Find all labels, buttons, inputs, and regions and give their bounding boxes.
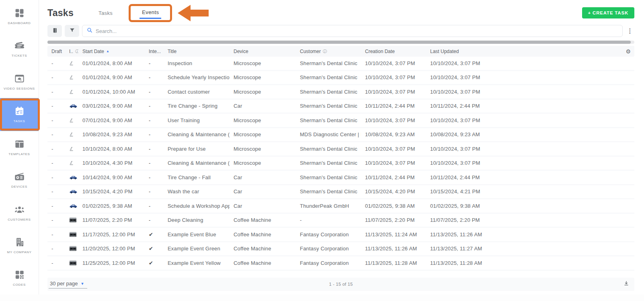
sidebar-item-tasks[interactable]: TASKS: [0, 98, 39, 131]
sidebar-item-label: CODES: [13, 283, 26, 287]
search-box: [82, 25, 623, 37]
creation-date-cell: 01/02/2025, 9:38 AM: [361, 203, 426, 209]
last-updated-cell: 10/08/2024, 9:23 AM: [426, 131, 620, 137]
draft-cell: -: [47, 260, 65, 266]
last-updated-cell: 10/15/2024, 4:21 PM: [426, 188, 620, 195]
tab-tasks[interactable]: Tasks: [94, 8, 117, 18]
microscope-device-icon: [65, 88, 78, 95]
table-row[interactable]: - 10/10/2024, 4:30 PM - Cleaning & Maint…: [47, 157, 634, 171]
start-date-cell: 10/15/2024, 4:20 PM: [78, 188, 145, 195]
sidebar-item-devices[interactable]: DEVICES: [0, 164, 39, 196]
microscope-device-icon: [65, 131, 78, 138]
title-cell: Schedule Yearly Inspection: [164, 74, 230, 80]
table-row[interactable]: - 07/01/2024, 9:00 AM - User Training Mi…: [47, 114, 634, 128]
more-options-icon[interactable]: ⋮: [626, 27, 634, 35]
annotation-arrow-icon: [178, 5, 209, 21]
table-header-row: Draft I..ⓘ Start Date▲ Inte... Title Dev…: [47, 46, 634, 57]
column-header-customer[interactable]: Customerⓘ: [296, 49, 361, 54]
create-task-button[interactable]: + CREATE TASK: [582, 7, 634, 18]
last-updated-cell: 10/11/2024, 2:44 PM: [426, 174, 620, 180]
table-row[interactable]: - 01/01/2024, 9:00 AM - Schedule Yearly …: [47, 71, 634, 86]
table-row[interactable]: - 01/01/2024, 10:00 AM - Contact custome…: [47, 85, 634, 100]
internal-cell: -: [145, 103, 164, 109]
column-header-draft[interactable]: Draft: [47, 49, 65, 54]
table-row[interactable]: - 11/07/2025, 2:20 PM - Deep Cleaning Co…: [47, 214, 634, 228]
creation-date-cell: 10/11/2024, 2:44 PM: [361, 103, 426, 109]
horizontal-scrollbar-track: [47, 41, 634, 44]
horizontal-scrollbar-thumb[interactable]: [47, 41, 631, 44]
table-row[interactable]: - 10/14/2024, 9:00 AM - Tire Change - Fa…: [47, 171, 634, 185]
last-updated-cell: 10/10/2024, 3:07 PM: [426, 60, 620, 66]
device-cell: Microscope: [230, 89, 296, 95]
customer-cell: Sherman's Dental Clinic: [296, 89, 361, 95]
per-page-selector[interactable]: 30 per page ▼: [49, 280, 87, 289]
table-row[interactable]: - 11/17/2025, 12:00 PM ✔ Example Event B…: [47, 228, 634, 242]
sidebar-item-my-company[interactable]: MY COMPANY: [0, 229, 39, 262]
column-header-internal[interactable]: Inte...: [145, 49, 164, 54]
column-settings-button[interactable]: ⚙: [620, 48, 634, 55]
start-date-cell: 10/10/2024, 8:00 AM: [78, 146, 145, 152]
draft-cell: -: [47, 203, 65, 209]
device-cell: Microscope: [230, 74, 296, 80]
column-header-device[interactable]: Device: [230, 49, 296, 54]
title-cell: Tire Change - Fall: [164, 174, 230, 180]
table-row[interactable]: - 11/20/2025, 12:00 PM ✔ Example Event G…: [47, 242, 634, 257]
saved-views-button[interactable]: [47, 25, 62, 37]
sidebar-item-customers[interactable]: CUSTOMERS: [0, 197, 39, 229]
draft-cell: -: [47, 117, 65, 123]
sidebar-item-tickets[interactable]: TICKETS: [0, 33, 39, 65]
internal-cell: -: [145, 203, 164, 209]
start-date-cell: 01/01/2024, 8:00 AM: [78, 60, 145, 66]
start-date-cell: 01/02/2025, 9:38 AM: [78, 203, 145, 209]
table-row[interactable]: - 11/25/2025, 12:00 PM ✔ Example Event Y…: [47, 256, 634, 271]
device-cell: Car: [230, 174, 296, 180]
table-row[interactable]: - 01/02/2025, 9:38 AM - Schedule a Works…: [47, 199, 634, 214]
internal-cell: ✔: [145, 246, 164, 252]
sidebar-item-dashboard[interactable]: DASHBOARD: [0, 0, 39, 33]
devices-icon: [14, 171, 25, 182]
tab-events[interactable]: Events: [135, 7, 165, 18]
download-button[interactable]: [623, 281, 629, 288]
column-header-start-date[interactable]: Start Date▲: [78, 49, 145, 54]
creation-date-cell: 10/08/2024, 9:23 AM: [361, 131, 426, 137]
sidebar-item-codes[interactable]: CODES: [0, 262, 39, 295]
filter-button[interactable]: [65, 25, 79, 37]
sidebar-item-label: MY COMPANY: [7, 250, 32, 254]
device-cell: Car: [230, 188, 296, 195]
device-cell: Coffee Machine: [230, 231, 296, 238]
start-date-cell: 11/07/2025, 2:20 PM: [78, 217, 145, 223]
table-row[interactable]: - 03/01/2024, 9:00 AM - Tire Change - Sp…: [47, 100, 634, 114]
column-header-last-updated[interactable]: Last Updated: [426, 49, 620, 54]
sidebar-item-label: DASHBOARD: [8, 21, 31, 25]
internal-cell: -: [145, 117, 164, 123]
codes-icon: [14, 269, 25, 280]
draft-cell: -: [47, 60, 65, 66]
table-row[interactable]: - 10/15/2024, 4:20 PM - Wash the car Car…: [47, 185, 634, 200]
table-row[interactable]: - 10/08/2024, 9:23 AM - Cleaning & Maint…: [47, 128, 634, 143]
sidebar-item-templates[interactable]: TEMPLATES: [0, 131, 39, 164]
device-cell: Coffee Machine: [230, 217, 296, 223]
column-header-creation-date[interactable]: Creation Date: [361, 49, 426, 54]
start-date-cell: 10/08/2024, 9:23 AM: [78, 131, 145, 137]
sidebar-item-video-sessions[interactable]: VIDEO SESSIONS: [0, 66, 39, 98]
table-row[interactable]: - 10/10/2024, 8:00 AM - Prepare for Use …: [47, 142, 634, 157]
toolbar: ⋮: [39, 22, 644, 40]
events-table: Draft I..ⓘ Start Date▲ Inte... Title Dev…: [47, 46, 634, 271]
creation-date-cell: 10/10/2024, 3:07 PM: [361, 74, 426, 80]
coffee-device-icon: [65, 260, 78, 266]
column-header-title[interactable]: Title: [164, 49, 230, 54]
customer-cell: MDS Diagnostic Center | MDS...: [296, 131, 361, 137]
per-page-label: 30 per page: [50, 281, 78, 287]
table-row[interactable]: - 01/01/2024, 8:00 AM - Inspection Micro…: [47, 57, 634, 71]
title-cell: User Training: [164, 117, 230, 123]
page-title: Tasks: [47, 8, 74, 18]
draft-cell: -: [47, 131, 65, 137]
sidebar-item-label: CUSTOMERS: [8, 218, 31, 222]
customer-cell: Sherman's Dental Clinic: [296, 117, 361, 123]
title-cell: Prepare for Use: [164, 146, 230, 152]
search-input[interactable]: [96, 28, 618, 34]
column-header-image[interactable]: I..ⓘ: [65, 49, 78, 54]
last-updated-cell: 11/13/2025, 11:27 AM: [426, 246, 620, 252]
title-cell: Example Event Yellow: [164, 260, 230, 266]
draft-cell: -: [47, 188, 65, 195]
